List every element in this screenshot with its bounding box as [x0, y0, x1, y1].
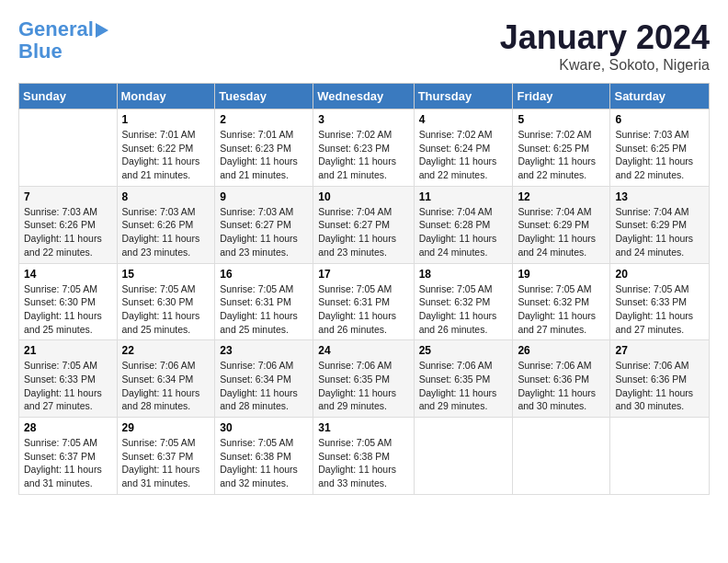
logo: General Blue — [18, 18, 108, 63]
day-cell: 18Sunrise: 7:05 AMSunset: 6:32 PMDayligh… — [414, 263, 513, 340]
week-row-3: 14Sunrise: 7:05 AMSunset: 6:30 PMDayligh… — [19, 263, 710, 340]
day-info: Sunrise: 7:05 AMSunset: 6:33 PMDaylight:… — [615, 282, 704, 337]
day-number: 7 — [24, 190, 112, 203]
day-cell — [414, 418, 513, 495]
day-info: Sunrise: 7:06 AMSunset: 6:35 PMDaylight:… — [419, 359, 508, 413]
calendar-table: SundayMondayTuesdayWednesdayThursdayFrid… — [18, 83, 710, 495]
column-header-thursday: Thursday — [414, 84, 513, 109]
day-cell: 7Sunrise: 7:03 AMSunset: 6:26 PMDaylight… — [19, 186, 118, 263]
logo-text: General — [18, 18, 108, 40]
day-info: Sunrise: 7:03 AMSunset: 6:25 PMDaylight:… — [615, 128, 704, 182]
day-number: 26 — [518, 344, 605, 357]
day-number: 12 — [518, 190, 605, 203]
day-info: Sunrise: 7:04 AMSunset: 6:29 PMDaylight:… — [518, 205, 605, 259]
day-cell — [513, 418, 610, 495]
day-info: Sunrise: 7:06 AMSunset: 6:36 PMDaylight:… — [615, 359, 704, 413]
day-number: 29 — [122, 421, 210, 434]
day-number: 10 — [318, 190, 408, 203]
day-number: 25 — [419, 344, 508, 357]
day-info: Sunrise: 7:03 AMSunset: 6:26 PMDaylight:… — [24, 205, 112, 259]
logo-arrow-icon — [96, 23, 108, 38]
day-cell: 24Sunrise: 7:06 AMSunset: 6:35 PMDayligh… — [313, 340, 414, 418]
day-number: 3 — [318, 113, 408, 126]
day-info: Sunrise: 7:04 AMSunset: 6:27 PMDaylight:… — [318, 205, 408, 259]
day-info: Sunrise: 7:05 AMSunset: 6:30 PMDaylight:… — [122, 282, 210, 337]
day-number: 30 — [220, 421, 308, 434]
day-cell: 14Sunrise: 7:05 AMSunset: 6:30 PMDayligh… — [19, 263, 118, 340]
day-cell: 23Sunrise: 7:06 AMSunset: 6:34 PMDayligh… — [215, 340, 313, 418]
week-row-4: 21Sunrise: 7:05 AMSunset: 6:33 PMDayligh… — [19, 340, 710, 418]
day-info: Sunrise: 7:02 AMSunset: 6:23 PMDaylight:… — [318, 128, 408, 182]
day-number: 2 — [220, 113, 308, 126]
day-cell: 2Sunrise: 7:01 AMSunset: 6:23 PMDaylight… — [215, 109, 313, 187]
day-cell: 26Sunrise: 7:06 AMSunset: 6:36 PMDayligh… — [513, 340, 610, 418]
day-info: Sunrise: 7:05 AMSunset: 6:32 PMDaylight:… — [518, 282, 605, 337]
day-number: 17 — [318, 268, 408, 281]
day-info: Sunrise: 7:04 AMSunset: 6:29 PMDaylight:… — [615, 205, 704, 259]
day-cell: 19Sunrise: 7:05 AMSunset: 6:32 PMDayligh… — [513, 263, 610, 340]
column-header-monday: Monday — [117, 84, 215, 109]
day-info: Sunrise: 7:02 AMSunset: 6:24 PMDaylight:… — [419, 128, 508, 182]
day-number: 16 — [220, 268, 308, 281]
day-cell: 29Sunrise: 7:05 AMSunset: 6:37 PMDayligh… — [117, 418, 215, 495]
day-number: 9 — [220, 190, 308, 203]
day-info: Sunrise: 7:05 AMSunset: 6:32 PMDaylight:… — [419, 282, 508, 337]
day-cell: 30Sunrise: 7:05 AMSunset: 6:38 PMDayligh… — [215, 418, 313, 495]
day-info: Sunrise: 7:05 AMSunset: 6:31 PMDaylight:… — [318, 282, 408, 337]
day-info: Sunrise: 7:05 AMSunset: 6:37 PMDaylight:… — [122, 436, 210, 490]
day-number: 4 — [419, 113, 508, 126]
day-cell: 15Sunrise: 7:05 AMSunset: 6:30 PMDayligh… — [117, 263, 215, 340]
day-info: Sunrise: 7:02 AMSunset: 6:25 PMDaylight:… — [518, 128, 605, 182]
day-cell: 11Sunrise: 7:04 AMSunset: 6:28 PMDayligh… — [414, 186, 513, 263]
day-number: 8 — [122, 190, 210, 203]
title-section: January 2024 Kware, Sokoto, Nigeria — [500, 18, 710, 74]
day-number: 14 — [24, 268, 112, 281]
week-row-2: 7Sunrise: 7:03 AMSunset: 6:26 PMDaylight… — [19, 186, 710, 263]
day-cell: 17Sunrise: 7:05 AMSunset: 6:31 PMDayligh… — [313, 263, 414, 340]
day-info: Sunrise: 7:05 AMSunset: 6:38 PMDaylight:… — [220, 436, 308, 490]
day-cell: 25Sunrise: 7:06 AMSunset: 6:35 PMDayligh… — [414, 340, 513, 418]
day-info: Sunrise: 7:03 AMSunset: 6:27 PMDaylight:… — [220, 205, 308, 259]
day-cell: 8Sunrise: 7:03 AMSunset: 6:26 PMDaylight… — [117, 186, 215, 263]
day-cell: 22Sunrise: 7:06 AMSunset: 6:34 PMDayligh… — [117, 340, 215, 418]
header-row: SundayMondayTuesdayWednesdayThursdayFrid… — [19, 84, 710, 109]
day-info: Sunrise: 7:05 AMSunset: 6:31 PMDaylight:… — [220, 282, 308, 337]
day-number: 28 — [24, 421, 112, 434]
day-info: Sunrise: 7:01 AMSunset: 6:22 PMDaylight:… — [122, 128, 210, 182]
day-info: Sunrise: 7:03 AMSunset: 6:26 PMDaylight:… — [122, 205, 210, 259]
column-header-wednesday: Wednesday — [313, 84, 414, 109]
column-header-tuesday: Tuesday — [215, 84, 313, 109]
day-cell: 5Sunrise: 7:02 AMSunset: 6:25 PMDaylight… — [513, 109, 610, 187]
page-header: General Blue January 2024 Kware, Sokoto,… — [18, 18, 710, 74]
day-number: 31 — [318, 421, 408, 434]
logo-blue: Blue — [18, 40, 63, 63]
day-info: Sunrise: 7:06 AMSunset: 6:36 PMDaylight:… — [518, 359, 605, 413]
day-cell: 13Sunrise: 7:04 AMSunset: 6:29 PMDayligh… — [610, 186, 710, 263]
day-info: Sunrise: 7:04 AMSunset: 6:28 PMDaylight:… — [419, 205, 508, 259]
day-number: 21 — [24, 344, 112, 357]
day-info: Sunrise: 7:05 AMSunset: 6:38 PMDaylight:… — [318, 436, 408, 490]
day-cell: 12Sunrise: 7:04 AMSunset: 6:29 PMDayligh… — [513, 186, 610, 263]
day-cell: 31Sunrise: 7:05 AMSunset: 6:38 PMDayligh… — [313, 418, 414, 495]
logo-general: General — [18, 17, 94, 40]
column-header-sunday: Sunday — [19, 84, 118, 109]
day-number: 18 — [419, 268, 508, 281]
day-cell — [19, 109, 118, 187]
month-title: January 2024 — [500, 18, 710, 57]
day-cell: 20Sunrise: 7:05 AMSunset: 6:33 PMDayligh… — [610, 263, 710, 340]
day-number: 24 — [318, 344, 408, 357]
column-header-friday: Friday — [513, 84, 610, 109]
day-number: 27 — [615, 344, 704, 357]
day-cell: 27Sunrise: 7:06 AMSunset: 6:36 PMDayligh… — [610, 340, 710, 418]
day-cell: 4Sunrise: 7:02 AMSunset: 6:24 PMDaylight… — [414, 109, 513, 187]
day-number: 1 — [122, 113, 210, 126]
day-cell: 1Sunrise: 7:01 AMSunset: 6:22 PMDaylight… — [117, 109, 215, 187]
day-info: Sunrise: 7:06 AMSunset: 6:34 PMDaylight:… — [122, 359, 210, 413]
day-info: Sunrise: 7:05 AMSunset: 6:37 PMDaylight:… — [24, 436, 112, 490]
day-number: 6 — [615, 113, 704, 126]
day-number: 5 — [518, 113, 605, 126]
location: Kware, Sokoto, Nigeria — [500, 57, 710, 74]
day-info: Sunrise: 7:06 AMSunset: 6:34 PMDaylight:… — [220, 359, 308, 413]
day-number: 15 — [122, 268, 210, 281]
day-cell: 10Sunrise: 7:04 AMSunset: 6:27 PMDayligh… — [313, 186, 414, 263]
